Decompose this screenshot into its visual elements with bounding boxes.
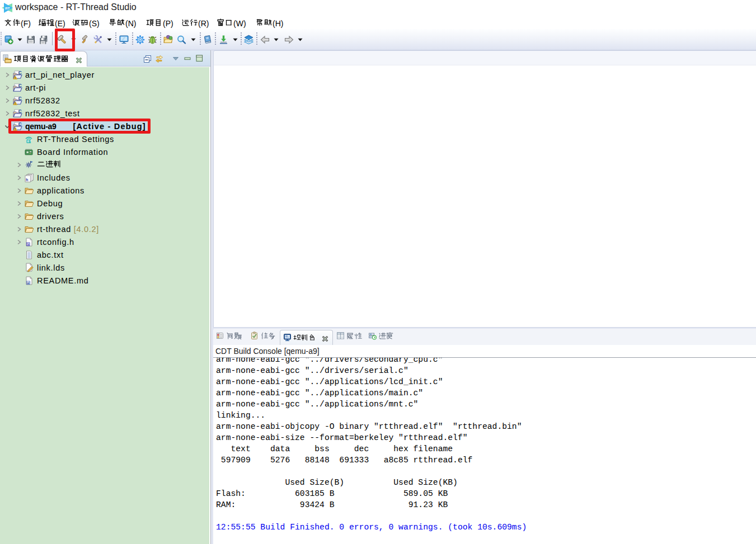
svg-text:RT: RT (5, 6, 10, 10)
svg-text:w: w (26, 281, 30, 284)
svg-text:C: C (18, 96, 22, 101)
svg-text:C: C (18, 83, 22, 88)
svg-text:h: h (26, 177, 29, 181)
svg-text:C: C (18, 109, 22, 114)
svg-text:C: C (18, 70, 22, 75)
svg-text:h: h (27, 242, 30, 245)
svg-text:RT: RT (27, 140, 32, 143)
